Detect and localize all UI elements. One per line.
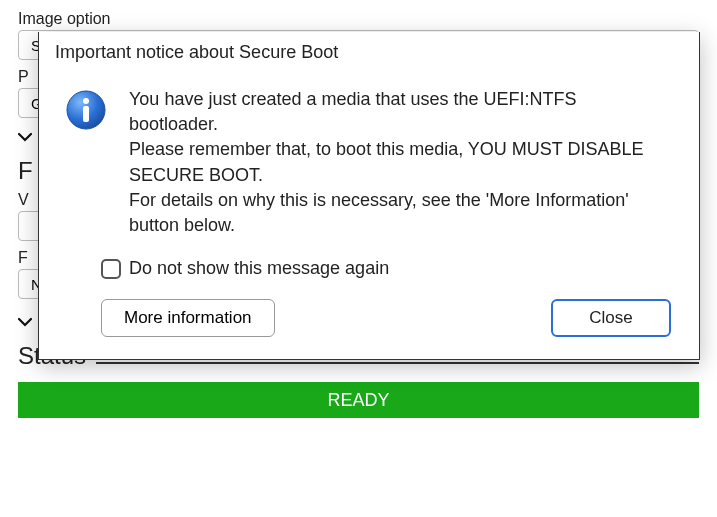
secure-boot-dialog: Important notice about Secure Boot You h… [38,32,700,360]
status-bar: READY [18,382,699,418]
more-information-button[interactable]: More information [101,299,275,337]
image-option-label: Image option [18,10,699,28]
close-button[interactable]: Close [551,299,671,337]
dialog-title: Important notice about Secure Boot [39,32,699,69]
chevron-down-icon [18,128,32,145]
chevron-down-icon [18,313,32,330]
status-text: READY [327,390,389,411]
dont-show-label: Do not show this message again [129,258,389,279]
svg-point-1 [83,98,89,104]
svg-rect-2 [83,106,89,122]
dialog-message: You have just created a media that uses … [129,87,659,238]
info-icon [65,87,107,238]
dont-show-checkbox[interactable] [101,259,121,279]
